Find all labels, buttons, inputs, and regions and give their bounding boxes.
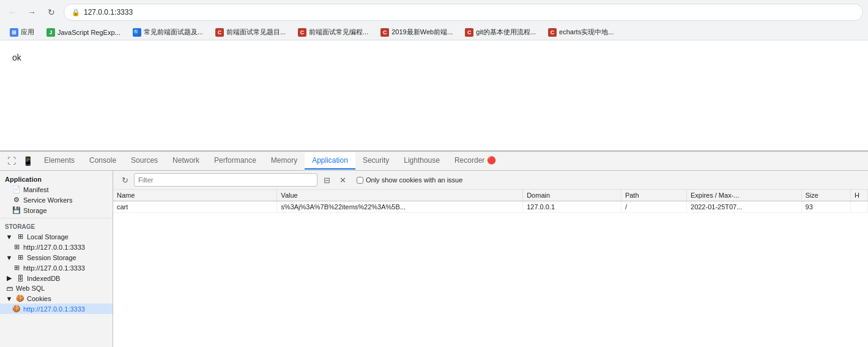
tab-lighthouse[interactable]: Lighthouse (396, 152, 447, 170)
serviceworkers-label: Service Workers (23, 196, 72, 204)
refresh-cookies-button[interactable]: ↻ (118, 173, 132, 187)
sidebar-item-websql[interactable]: 🗃 Web SQL (0, 283, 113, 293)
localstorage-url-label: http://127.0.0.1:3333 (23, 244, 85, 251)
tab-sources[interactable]: Sources (124, 152, 165, 170)
websql-icon: 🗃 (5, 285, 13, 292)
lock-icon: 🔒 (72, 9, 80, 17)
tab-console[interactable]: Console (82, 152, 124, 170)
cookie-domain-cell: 127.0.0.1 (523, 201, 621, 213)
cookie-value-cell: s%3Aj%3A%7B%22items%22%3A%5B... (277, 201, 523, 213)
cookie-h-cell (850, 201, 867, 213)
storage-section-label: Storage (0, 221, 113, 231)
bookmark-favicon-3: C (215, 28, 224, 37)
browser-toolbar: ← → ↻ 🔒 127.0.0.1:3333 (0, 0, 868, 24)
bookmark-apps[interactable]: ⊞ 应用 (5, 26, 39, 38)
forward-button[interactable]: → (24, 5, 39, 20)
cookie-path-cell: / (621, 201, 686, 213)
devtools-device-button[interactable]: 📱 (21, 154, 34, 168)
bookmark-4[interactable]: C 前端面试常见编程... (293, 26, 373, 38)
filter-input[interactable] (134, 173, 317, 187)
sessionstorage-url-label: http://127.0.0.1:3333 (23, 264, 85, 272)
only-show-issues-text: Only show cookies with an issue (366, 176, 462, 184)
bookmark-7[interactable]: C echarts实现中地... (543, 26, 618, 38)
sidebar-item-localstorage[interactable]: ▼ ⊞ Local Storage (0, 231, 113, 242)
devtools-sidebar: Application 📄 Manifest ⚙ Service Workers… (0, 171, 113, 347)
sidebar-item-cookies[interactable]: ▼ 🍪 Cookies (0, 293, 113, 304)
cookie-table: Name Value Domain Path Expires / Max-...… (113, 190, 868, 347)
localstorage-expand-icon: ▼ (5, 233, 13, 241)
sidebar-item-manifest[interactable]: 📄 Manifest (0, 184, 113, 195)
tab-elements[interactable]: Elements (37, 152, 82, 170)
tab-application[interactable]: Application (305, 152, 355, 170)
sidebar-item-cookies-url[interactable]: 🍪 http://127.0.0.1:3333 (0, 304, 113, 314)
localstorage-icon: ⊞ (16, 233, 24, 241)
col-header-path: Path (621, 190, 686, 201)
sidebar-divider-1 (0, 218, 113, 218)
cookies-url-label: http://127.0.0.1:3333 (23, 305, 85, 313)
tab-recorder[interactable]: Recorder 🔴 (447, 152, 503, 170)
col-header-value: Value (277, 190, 523, 201)
sidebar-item-localstorage-url[interactable]: ⊞ http://127.0.0.1:3333 (0, 242, 113, 252)
address-bar[interactable]: 🔒 127.0.0.1:3333 (64, 4, 863, 21)
bookmark-label-1: JavaScript RegExp... (57, 29, 121, 36)
table-row[interactable]: cart s%3Aj%3A%7B%22items%22%3A%5B... 127… (113, 201, 868, 213)
browser-chrome: ← → ↻ 🔒 127.0.0.1:3333 ⊞ 应用 J JavaScript… (0, 0, 868, 40)
cookies-label: Cookies (27, 295, 51, 302)
sidebar-item-indexeddb[interactable]: ▶ 🗄 IndexedDB (0, 273, 113, 283)
page-content: ok (0, 40, 868, 151)
tab-memory[interactable]: Memory (264, 152, 305, 170)
bookmark-favicon-5: C (380, 28, 389, 37)
sidebar-item-sessionstorage[interactable]: ▼ ⊞ Session Storage (0, 252, 113, 263)
bookmark-favicon-apps: ⊞ (10, 28, 18, 37)
cookie-size-cell: 93 (801, 201, 850, 213)
bookmark-2[interactable]: 🔍 常见前端面试题及... (128, 26, 208, 38)
cookies-expand-icon: ▼ (5, 295, 13, 302)
back-button[interactable]: ← (5, 5, 20, 20)
sidebar-item-storage[interactable]: 💾 Storage (0, 205, 113, 215)
tab-network[interactable]: Network (165, 152, 207, 170)
devtools-body: Application 📄 Manifest ⚙ Service Workers… (0, 171, 868, 347)
cookies-data-table: Name Value Domain Path Expires / Max-...… (113, 190, 868, 213)
devtools-panel: ⛶ 📱 Elements Console Sources Network Per… (0, 151, 868, 347)
cookie-table-body: cart s%3Aj%3A%7B%22items%22%3A%5B... 127… (113, 201, 868, 213)
sessionstorage-url-icon: ⊞ (12, 264, 21, 272)
col-header-size: Size (801, 190, 850, 201)
indexeddb-expand-icon: ▶ (5, 274, 13, 282)
col-header-h: H (850, 190, 867, 201)
bookmark-favicon-1: J (46, 28, 55, 37)
websql-label: Web SQL (16, 285, 45, 292)
bookmark-5[interactable]: C 2019最新Web前端... (376, 26, 458, 38)
bookmark-favicon-2: 🔍 (133, 28, 141, 37)
refresh-button[interactable]: ↻ (44, 5, 59, 20)
sessionstorage-icon: ⊞ (16, 253, 24, 261)
filter-options-button[interactable]: ⊟ (320, 173, 333, 187)
tab-security[interactable]: Security (355, 152, 396, 170)
bookmark-3[interactable]: C 前端面试常见题目... (210, 26, 291, 38)
storage-icon: 💾 (12, 206, 21, 214)
only-show-issues-checkbox[interactable] (357, 177, 363, 184)
bookmarks-bar: ⊞ 应用 J JavaScript RegExp... 🔍 常见前端面试题及..… (0, 24, 868, 40)
only-show-issues-label: Only show cookies with an issue (357, 176, 462, 184)
col-header-expires: Expires / Max-... (687, 190, 802, 201)
col-header-name: Name (113, 190, 277, 201)
table-header-row: Name Value Domain Path Expires / Max-...… (113, 190, 868, 201)
cookies-icon: 🍪 (16, 294, 24, 302)
sidebar-item-serviceworkers[interactable]: ⚙ Service Workers (0, 195, 113, 205)
indexeddb-icon: 🗄 (16, 275, 24, 282)
bookmark-6[interactable]: C git的基本使用流程... (460, 26, 541, 38)
bookmark-favicon-6: C (465, 28, 473, 37)
devtools-tabbar: ⛶ 📱 Elements Console Sources Network Per… (0, 152, 868, 171)
storage-label: Storage (23, 207, 47, 214)
tab-performance[interactable]: Performance (207, 152, 264, 170)
bookmark-favicon-4: C (298, 28, 306, 37)
address-text: 127.0.0.1:3333 (84, 8, 133, 17)
bookmark-1[interactable]: J JavaScript RegExp... (42, 27, 125, 38)
bookmark-favicon-7: C (548, 28, 557, 37)
serviceworkers-icon: ⚙ (12, 196, 21, 204)
devtools-select-button[interactable]: ⛶ (5, 154, 18, 168)
sessionstorage-label: Session Storage (27, 254, 76, 261)
filter-clear-button[interactable]: ✕ (336, 173, 349, 187)
localstorage-url-icon: ⊞ (12, 243, 21, 251)
bookmark-label-6: git的基本使用流程... (476, 28, 536, 37)
sidebar-item-sessionstorage-url[interactable]: ⊞ http://127.0.0.1:3333 (0, 263, 113, 273)
